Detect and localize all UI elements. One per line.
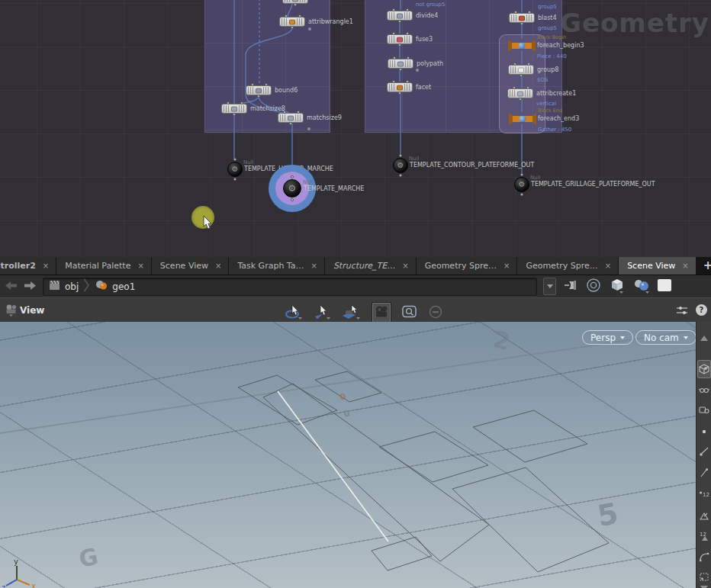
attribwrangle1-node[interactable] bbox=[279, 17, 305, 27]
output-connector[interactable] bbox=[291, 26, 294, 29]
scroll-down-icon[interactable] bbox=[698, 582, 710, 588]
output-connector[interactable] bbox=[519, 98, 522, 101]
output-connector[interactable] bbox=[520, 193, 523, 196]
tab-close-icon[interactable]: × bbox=[605, 262, 611, 270]
output-connector[interactable] bbox=[399, 174, 402, 177]
path-breadcrumb-field[interactable]: objgeo1 bbox=[43, 278, 537, 296]
TEMPLATE_MARCHE-node[interactable]: ⚙ bbox=[283, 179, 301, 198]
TEMPLATE_GRILLAGE_PLATEFORME_OUT-node[interactable]: ⚙ bbox=[514, 177, 529, 192]
input-connector[interactable] bbox=[393, 56, 396, 59]
output-connector[interactable] bbox=[233, 113, 236, 116]
nav-back-icon[interactable] bbox=[5, 279, 18, 294]
input-connector[interactable] bbox=[392, 8, 395, 11]
input-connector[interactable] bbox=[514, 11, 517, 14]
attribcreate1-node[interactable] bbox=[507, 88, 533, 98]
shaded-cube-icon[interactable] bbox=[697, 360, 711, 378]
input-connector[interactable] bbox=[251, 83, 254, 86]
divide4-node[interactable] bbox=[387, 11, 413, 21]
input-connector[interactable] bbox=[406, 32, 409, 35]
nav-forward-icon[interactable] bbox=[24, 279, 37, 294]
fuse3-node[interactable] bbox=[387, 34, 413, 44]
frame-selection-icon[interactable] bbox=[401, 304, 418, 323]
tab-close-icon[interactable]: × bbox=[43, 262, 49, 270]
facet-node[interactable] bbox=[387, 82, 413, 92]
follow-focus-icon[interactable] bbox=[585, 277, 602, 297]
group8-node[interactable] bbox=[508, 65, 534, 75]
pin-pane-icon[interactable] bbox=[563, 278, 578, 295]
tab-task-graph-ta-[interactable]: Task Graph Ta…× bbox=[229, 257, 324, 275]
tab-controller2[interactable]: Controller2× bbox=[0, 257, 56, 275]
show-uv-grid-icon[interactable] bbox=[698, 570, 710, 583]
input-connector[interactable] bbox=[513, 86, 516, 89]
show-prim-numbers-icon[interactable]: 12 bbox=[698, 530, 710, 542]
output-connector[interactable] bbox=[520, 74, 523, 77]
scroll-up-icon[interactable] bbox=[698, 333, 710, 345]
tab-structure-te-[interactable]: Structure_TE…× bbox=[325, 257, 416, 275]
view-camera-icon[interactable] bbox=[5, 304, 18, 320]
output-connector[interactable] bbox=[398, 20, 401, 23]
tab-close-icon[interactable]: × bbox=[137, 262, 143, 270]
show-point-markers-icon[interactable] bbox=[698, 445, 710, 458]
breadcrumb-geo1[interactable]: geo1 bbox=[95, 279, 135, 294]
input-connector[interactable] bbox=[392, 32, 395, 35]
view-tumble-icon[interactable] bbox=[285, 304, 304, 323]
tab-close-icon[interactable]: × bbox=[682, 262, 688, 270]
TEMPLATE_HOLDER_MARCHE-node[interactable]: ⚙ bbox=[227, 162, 243, 177]
output-connector[interactable] bbox=[257, 95, 260, 98]
snapshot-cube-icon[interactable] bbox=[609, 277, 626, 297]
input-connector[interactable] bbox=[298, 14, 301, 18]
output-connector[interactable] bbox=[398, 43, 401, 47]
output-connector[interactable] bbox=[399, 68, 402, 71]
output-connector[interactable] bbox=[398, 92, 401, 95]
remove-view-icon[interactable] bbox=[428, 304, 443, 323]
panel-swatch[interactable] bbox=[658, 278, 671, 296]
tab-geometry-spre-[interactable]: Geometry Spre…× bbox=[417, 257, 517, 275]
tab-close-icon[interactable]: × bbox=[311, 262, 317, 270]
help-icon[interactable]: ? bbox=[695, 304, 708, 320]
input-connector[interactable] bbox=[513, 63, 516, 66]
select-mode-icon[interactable] bbox=[314, 304, 332, 323]
network-editor[interactable]: Geometry attribwrangle1bound6matchsize8m… bbox=[0, 0, 711, 257]
path-dropdown-button[interactable] bbox=[543, 278, 556, 295]
show-prim-normals-icon[interactable] bbox=[698, 510, 710, 522]
output-connector[interactable] bbox=[233, 178, 236, 181]
camera-menu[interactable]: No cam bbox=[635, 330, 697, 345]
node-stub-node[interactable] bbox=[282, 0, 308, 4]
breadcrumb-obj[interactable]: obj bbox=[49, 280, 79, 294]
new-tab-button[interactable]: + bbox=[703, 260, 711, 272]
material-spheres-icon[interactable] bbox=[632, 277, 651, 297]
tab-geometry-spre-[interactable]: Geometry Spre…× bbox=[517, 257, 618, 275]
matchsize8-node[interactable] bbox=[221, 104, 247, 114]
input-connector[interactable] bbox=[407, 56, 410, 59]
input-connector[interactable] bbox=[528, 11, 531, 14]
show-points-icon[interactable] bbox=[698, 426, 710, 438]
output-connector[interactable] bbox=[294, 3, 297, 6]
select-visible-icon[interactable] bbox=[698, 383, 710, 395]
input-connector[interactable] bbox=[240, 101, 243, 104]
tab-close-icon[interactable]: × bbox=[215, 262, 221, 270]
input-connector[interactable] bbox=[227, 101, 230, 104]
scene-viewport[interactable]: 2005G Persp No cam y x z bbox=[0, 322, 711, 588]
select-contained-icon[interactable] bbox=[698, 403, 710, 416]
input-connector[interactable] bbox=[526, 86, 529, 89]
input-connector[interactable] bbox=[297, 111, 300, 114]
output-connector[interactable] bbox=[289, 122, 292, 125]
projection-menu[interactable]: Persp bbox=[582, 330, 633, 345]
input-connector[interactable] bbox=[399, 154, 402, 157]
input-connector[interactable] bbox=[406, 80, 409, 83]
blast4-node[interactable] bbox=[509, 13, 535, 23]
input-connector[interactable] bbox=[520, 173, 523, 176]
TEMPLATE_CONTOUR_PLATEFORME_OUT-node[interactable]: ⚙ bbox=[393, 158, 408, 173]
input-connector[interactable] bbox=[392, 80, 395, 83]
matchsize9-node[interactable] bbox=[278, 113, 304, 123]
tab-material-palette[interactable]: Material Palette× bbox=[56, 257, 151, 275]
display-options-icon[interactable] bbox=[676, 304, 688, 320]
tab-scene-view[interactable]: Scene View× bbox=[152, 257, 229, 275]
bound6-node[interactable] bbox=[246, 85, 272, 95]
move-tool-icon[interactable] bbox=[342, 304, 362, 323]
polypath-node[interactable] bbox=[388, 59, 413, 69]
show-point-normals-icon[interactable] bbox=[698, 467, 710, 479]
input-connector[interactable] bbox=[285, 14, 288, 18]
tab-close-icon[interactable]: × bbox=[402, 262, 408, 270]
show-profiles-icon[interactable] bbox=[698, 551, 710, 563]
